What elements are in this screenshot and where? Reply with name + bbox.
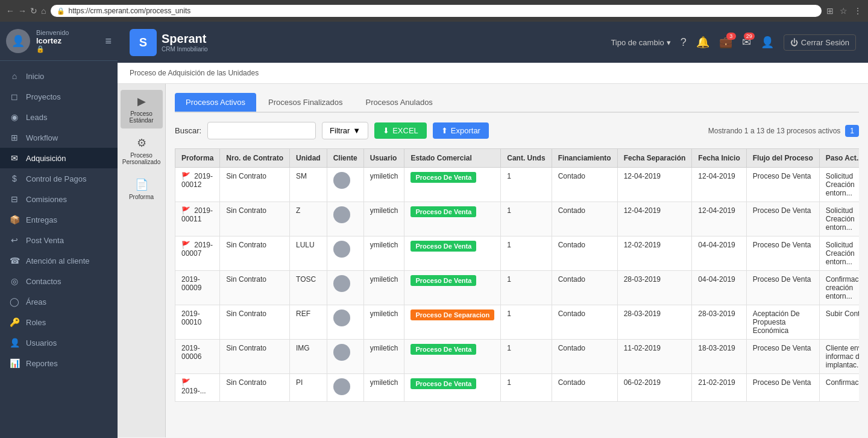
cell-proforma: 2019-00009 [175,271,220,305]
pagination-text: Mostrando 1 a 13 de 13 procesos activos [708,127,840,135]
sidebar-label-inicio: Inicio [26,72,44,81]
table-row[interactable]: 🚩 2019-00012 Sin Contrato SM ymiletich P… [175,168,860,202]
app-wrapper: 👤 Bienvenido lcortez 🔒 ≡ ⌂ Inicio ◻ Proy… [0,22,868,438]
col-contrato: Nro. de Contrato [220,149,290,168]
cell-cant: 1 [501,236,552,271]
back-btn[interactable]: ← [6,6,14,16]
status-badge: Proceso De Venta [410,275,476,286]
cell-fecha-sep: 28-03-2019 [617,305,692,340]
cell-contrato: Sin Contrato [220,202,290,236]
status-badge: Proceso De Venta [410,344,476,355]
refresh-btn[interactable]: ↻ [30,6,37,16]
sidebar-item-entregas[interactable]: 📦 Entregas [0,209,118,230]
cell-proforma: 🚩 2019-00007 [175,236,220,271]
cell-cliente [327,168,363,202]
avatar [333,309,350,326]
menu-icon[interactable]: ⋮ [854,6,862,16]
post-venta-icon: ↩ [9,235,20,245]
proceso-personalizado-icon: ⚙ [137,136,146,150]
search-input[interactable] [207,122,316,139]
cell-cant: 1 [501,340,552,374]
tab-finalizados[interactable]: Procesos Finalizados [257,93,354,112]
table-row[interactable]: 🚩 2019-... Sin Contrato PI ymiletich Pro… [175,374,860,402]
sidebar-label-roles: Roles [26,318,46,327]
cell-usuario: ymiletich [363,168,404,202]
status-badge: Proceso De Venta [410,206,476,217]
proforma-icon: 📄 [135,178,148,191]
sidebar-item-contactos[interactable]: ◎ Contactos [0,271,118,291]
proforma-label: Proforma [129,194,154,200]
excel-button[interactable]: ⬇ EXCEL [374,122,427,139]
table-row[interactable]: 2019-00006 Sin Contrato IMG ymiletich Pr… [175,340,860,374]
briefcase-badge: 3 [726,33,736,40]
sidebar-item-atencion-cliente[interactable]: ☎ Atención al cliente [0,250,118,271]
cell-financiamiento: Contado [552,168,617,202]
cell-fecha-sep: 11-02-2019 [617,340,692,374]
pagination-info: Mostrando 1 a 13 de 13 procesos activos … [708,125,859,137]
forward-btn[interactable]: → [18,6,27,16]
cell-flujo: Proceso De Venta [746,340,819,374]
sidebar-item-proyectos[interactable]: ◻ Proyectos [0,86,118,107]
cell-usuario: ymiletich [363,374,404,402]
cell-fecha-ini: 21-02-2019 [692,374,746,402]
process-sidebar-item-proforma[interactable]: 📄 Proforma [121,173,163,205]
table-row[interactable]: 2019-00010 Sin Contrato REF ymiletich Pr… [175,305,860,340]
cerrar-sesion-btn[interactable]: ⏻ Cerrar Sesión [784,34,856,51]
process-sidebar-item-estandar[interactable]: ▶ Proceso Estándar [121,90,163,129]
home-btn[interactable]: ⌂ [41,6,46,16]
cell-fecha-ini: 18-03-2019 [692,340,746,374]
cell-financiamiento: Contado [552,340,617,374]
adquisicion-icon: ✉ [9,153,20,163]
browser-url[interactable]: 🔒 https://crm.sperant.com/process_units [51,5,822,17]
table-row[interactable]: 2019-00009 Sin Contrato TOSC ymiletich P… [175,271,860,305]
browser-actions: ⊞ ☆ ⋮ [826,6,862,16]
table-row[interactable]: 🚩 2019-00011 Sin Contrato Z ymiletich Pr… [175,202,860,236]
cerrar-sesion-label: Cerrar Sesión [801,38,849,47]
tab-activos[interactable]: Procesos Activos [175,93,256,112]
sidebar-item-leads[interactable]: ◉ Leads [0,107,118,127]
user-profile-icon[interactable]: 👤 [761,36,774,49]
export-icon: ⬆ [441,126,448,135]
user-info: Bienvenido lcortez 🔒 [36,29,99,53]
cell-fecha-ini: 04-04-2019 [692,271,746,305]
sidebar-item-post-venta[interactable]: ↩ Post Venta [0,230,118,250]
cell-fecha-sep: 12-04-2019 [617,168,692,202]
page-number[interactable]: 1 [845,125,859,137]
cell-unidad: Z [290,202,327,236]
sidebar-item-workflow[interactable]: ⊞ Workflow [0,127,118,148]
cell-estado: Proceso De Separacion [404,305,501,340]
cell-usuario: ymiletich [363,202,404,236]
star-icon[interactable]: ☆ [840,6,848,16]
cell-paso: Solicitud Creación entorn... [819,236,859,271]
briefcase-icon[interactable]: 💼3 [719,36,732,49]
menu-toggle-icon[interactable]: ≡ [105,35,112,48]
table-header-row: Proforma Nro. de Contrato Unidad Cliente… [175,149,860,168]
cell-cliente [327,202,363,236]
tab-anulados[interactable]: Procesos Anulados [355,93,444,112]
sidebar-item-usuarios[interactable]: 👤 Usuarios [0,332,118,353]
sidebar-item-reportes[interactable]: 📊 Reportes [0,353,118,373]
mail-icon[interactable]: ✉29 [742,36,751,49]
help-btn[interactable]: ? [681,36,687,49]
sidebar-item-adquisicion[interactable]: ✉ Adquisición [0,148,118,168]
sidebar-item-inicio[interactable]: ⌂ Inicio [0,66,118,86]
process-sidebar-item-personalizado[interactable]: ⚙ Proceso Personalizado [121,132,163,170]
cell-flujo: Aceptación De Propuesta Económica [746,305,819,340]
table-row[interactable]: 🚩 2019-00007 Sin Contrato LULU ymiletich… [175,236,860,271]
sidebar-label-control-pagos: Control de Pagos [26,174,86,183]
sidebar-item-roles[interactable]: 🔑 Roles [0,312,118,332]
cell-flujo: Proceso De Venta [746,236,819,271]
sidebar-label-leads: Leads [26,113,47,122]
areas-icon: ◯ [9,297,20,306]
tipo-cambio-btn[interactable]: Tipo de cambio ▾ [611,38,670,47]
browser-nav[interactable]: ← → ↻ ⌂ [6,6,46,16]
filter-button[interactable]: Filtrar ▼ [322,122,368,139]
notification-bell-icon[interactable]: 🔔 [696,36,709,49]
cell-paso: Solicitud Creación entorn... [819,168,859,202]
sidebar-item-comisiones[interactable]: ⊟ Comisiones [0,189,118,209]
sidebar-item-control-pagos[interactable]: $ Control de Pagos [0,168,118,189]
flag-icon: 🚩 [181,206,190,215]
workflow-icon: ⊞ [9,133,20,142]
export-button[interactable]: ⬆ Exportar [433,122,489,139]
sidebar-item-areas[interactable]: ◯ Áreas [0,291,118,312]
